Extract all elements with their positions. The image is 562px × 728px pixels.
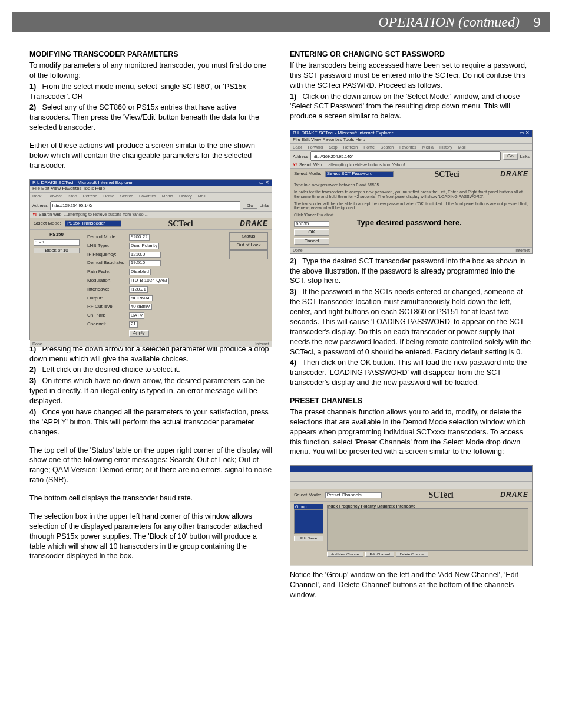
table-row: Demod Baudrate:19.510 [85,259,171,267]
page: OPERATION (contnued) 9 MODIFYING TRANSCO… [0,12,562,625]
right-column: ENTERING OR CHANGING SCT PASSWORD If the… [290,50,533,601]
apply-button[interactable]: Apply [129,330,149,337]
list-number: 2) [29,103,36,111]
toolbar-refresh[interactable]: Refresh [83,194,98,199]
address-bar: Address Go Links [30,200,272,212]
edit-name-button[interactable]: Edit Name [294,536,323,541]
body-text: The top cell of the 'Status' table on th… [29,446,272,486]
toolbar-media[interactable]: Media [162,194,173,199]
edit-channel-button[interactable]: Edit Channel [365,552,394,557]
brand-row: Select Mode: PS15x Transcoder SCTeci DRA… [30,218,272,230]
list-item: 4) Then click on the OK button. This wil… [290,358,533,388]
toolbar-mail[interactable]: Mail [198,194,206,199]
toolbar-back[interactable]: Back [32,194,42,199]
lnb-type-select[interactable]: Dual Polarity [129,243,159,249]
toolbar-forward[interactable]: Forward [48,194,63,199]
status-header: Status [229,232,268,241]
table-row: RF Out level:40 dBmV [85,303,171,311]
cancel-button[interactable]: Cancel [294,238,329,245]
delete-channel-button[interactable]: Delete Channel [396,552,428,557]
list-item: 1) Click on the down arrow on the 'Selec… [290,92,533,122]
brand-row: Select Mode: Select SCT Password SCTeci … [290,169,532,180]
address-bar [290,482,532,489]
body-text: To modify parameters of any monitored tr… [29,61,272,81]
browser-toolbar[interactable] [290,472,532,482]
table-row: Ch Plan:CATV [85,312,171,319]
list-number: 1) [29,83,36,91]
ok-button[interactable]: OK [294,229,329,236]
demod-mode-select[interactable]: 9200 22 [129,234,150,241]
browser-toolbar[interactable]: Back Forward Stop Refresh Home Search Fa… [290,144,532,151]
toolbar-history[interactable]: History [179,194,192,199]
channels-table[interactable] [327,508,528,551]
window-titlebar: R L DRAKE SCTeci - Microsoft Internet Ex… [290,130,532,137]
select-mode-dropdown[interactable]: Preset Channels [325,492,382,499]
table-row: Modulation:ITU-B 1024-QAM [85,277,171,285]
if-freq-input[interactable]: 1210.0 [129,252,161,258]
window-titlebar: R L DRAKE SCTeci - Microsoft Internet Ex… [30,180,272,186]
address-label: Address [32,203,48,208]
table-row: Interleave:I128,J1 [85,286,171,294]
address-input[interactable] [50,201,240,210]
toolbar-search[interactable]: Search [120,194,133,199]
toolbar-stop[interactable]: Stop [68,194,77,199]
address-input[interactable] [310,151,501,161]
select-mode-dropdown[interactable]: Select SCT Password [325,171,394,177]
window-controls[interactable]: ▭ ✕ [259,180,269,186]
output-select[interactable]: NORMAL [129,295,153,302]
toolbar-home[interactable]: Home [103,194,114,199]
yahoo-icon: Y! [32,212,37,217]
password-input[interactable]: 65535 [294,221,329,228]
instruction-text: Type in a new password between 0 and 655… [294,183,528,187]
go-button[interactable]: Go [503,153,518,160]
drake-logo: DRAKE [500,491,528,499]
table-row: LNB Type:Dual Polarity [85,242,171,250]
table-row: Channel:21 [85,321,171,328]
table-row: Output:NORMAL [85,295,171,302]
section-heading: ENTERING OR CHANGING SCT PASSWORD [290,50,533,60]
range-select[interactable]: 1 - 1 [34,239,80,246]
select-mode-dropdown[interactable]: PS15x Transcoder [65,220,121,227]
modulation-select[interactable]: ITU-B 1024-QAM [129,278,169,284]
interleave-select[interactable]: I128,J1 [129,286,148,293]
list-item: 4) Once you have changed all the paramet… [29,407,272,437]
channels-header: Index Frequency Polarity Baudrate Interl… [327,504,528,509]
add-channel-button[interactable]: Add New Channel [327,552,363,557]
ps-label: PS150 [34,232,80,238]
search-hint: …attempting to retrieve buttons from Yah… [64,212,148,217]
left-panel: PS150 1 - 1 Block of 10 [34,232,80,338]
status-value: Out of Lock [229,241,268,250]
table-row: Demod Mode:9200 22 [85,233,171,241]
annotation-callout: ——— Type desired password here. [332,219,462,227]
list-item: 2) Select any of the SCT860 or PS15x ent… [29,103,272,133]
screenshot-sct-password: R L DRAKE SCTeci - Microsoft Internet Ex… [290,130,533,254]
baudrate-input[interactable]: 19.510 [129,260,161,266]
browser-toolbar[interactable]: Back Forward Stop Refresh Home Search Fa… [30,193,272,200]
header-title: OPERATION (contnued) [378,12,520,31]
body-text: Either of these actions will produce a s… [29,141,272,171]
group-list[interactable] [294,509,323,534]
list-item: 2) Type the desired SCT transcoder passw… [290,256,533,286]
window-titlebar [290,466,532,472]
window-controls[interactable]: ▭ ✕ [520,131,530,136]
status-bar: Done Internet [290,247,532,253]
links-label: Links [260,203,269,208]
menu-bar[interactable]: File Edit View Favorites Tools Help [290,137,532,144]
rf-level-select[interactable]: 40 dBmV [129,304,152,310]
block-of-10-button[interactable]: Block of 10 [34,248,80,254]
yahoo-icon: Y! [293,163,297,167]
ch-plan-select[interactable]: CATV [129,312,145,319]
address-bar: Address Go Links [290,151,532,162]
list-item: 1) From the select mode menu, select 'si… [29,82,272,102]
rainfade-select[interactable]: Disabled [129,269,151,275]
instruction-text: The transcoder will then be able to acce… [294,202,528,210]
body-text: If the transcoders being accesssed have … [290,61,533,91]
body-text: The selection box in the upper left hand… [29,512,272,561]
scteci-logo: SCTeci [397,170,497,179]
channel-select[interactable]: 21 [129,321,138,328]
list-item: 1) Pressing the down arrow for a selecte… [29,344,272,364]
page-header: OPERATION (contnued) 9 [12,12,550,32]
go-button[interactable]: Go [243,203,257,209]
toolbar-favorites[interactable]: Favorites [139,194,156,199]
menu-bar[interactable]: File Edit View Favorites Tools Help [30,186,272,193]
